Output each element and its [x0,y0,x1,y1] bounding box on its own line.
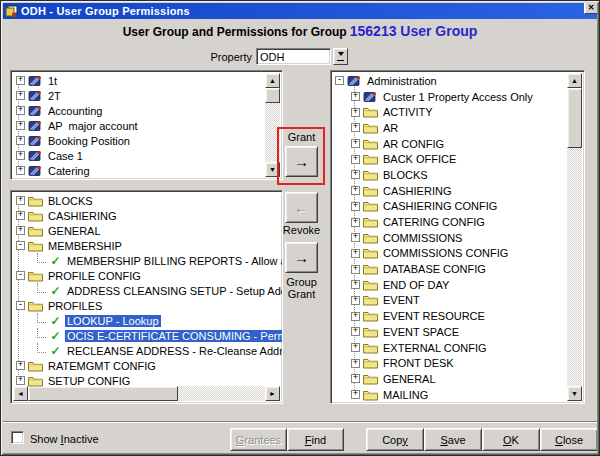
tree-item[interactable]: -Administration [333,73,567,89]
expand-icon[interactable]: + [16,91,25,100]
expand-icon[interactable]: + [16,76,25,85]
close-icon[interactable]: ✕ [584,1,598,14]
expand-icon[interactable]: + [16,106,25,115]
scroll-down-icon[interactable]: ▼ [567,386,582,401]
scroll-down-icon[interactable]: ▼ [265,162,280,177]
grantees-button[interactable]: Grantees [230,428,287,451]
expand-icon[interactable]: + [351,155,360,164]
expand-icon[interactable]: + [351,233,360,242]
tree-item[interactable]: ✓MEMBERSHIP BILLING REPORTS - Allow acce… [13,253,265,268]
property-dropdown-icon[interactable] [333,48,348,65]
tree-item[interactable]: +2T [13,88,265,103]
expand-icon[interactable]: + [351,170,360,179]
tree-item[interactable]: +EVENT SPACE [333,324,567,340]
tree-item[interactable]: +ACTIVITY [333,104,567,120]
vertical-scrollbar[interactable]: ▲ ▼ [265,73,280,177]
expand-icon[interactable]: + [351,202,360,211]
expand-icon[interactable]: + [351,312,360,321]
tree-item[interactable]: +END OF DAY [333,277,567,293]
tree-item[interactable]: +EVENT RESOURCE [333,308,567,324]
scrollbar-thumb[interactable] [567,88,582,148]
expand-icon[interactable]: + [351,123,360,132]
tree-item[interactable]: +MAILING [333,387,567,403]
expand-icon[interactable]: + [16,166,25,175]
tree-item[interactable]: +AP major account [13,118,265,133]
expand-icon[interactable]: + [351,374,360,383]
tree-item[interactable]: +CATERING CONFIG [333,214,567,230]
expand-icon[interactable]: + [351,139,360,148]
tree-item[interactable]: +EXTERNAL CONFIG [333,340,567,356]
expand-icon[interactable]: + [16,226,25,235]
revoke-button[interactable]: ← [285,192,318,223]
collapse-icon[interactable]: - [335,76,344,85]
tree-item[interactable]: +EVENT [333,293,567,309]
tree-item[interactable]: +FRONT DESK [333,355,567,371]
close-button[interactable]: Close [540,428,598,451]
group-grant-button[interactable]: → [285,242,318,273]
tree-item[interactable]: +AR CONFIG [333,136,567,152]
tree-item[interactable]: ✓ADDRESS CLEANSING SETUP - Setup Address… [13,283,265,298]
scrollbar-thumb[interactable] [265,88,280,103]
tree-item[interactable]: +Case 1 [13,148,265,163]
ok-button[interactable]: OK [482,428,540,451]
tree-item[interactable]: ✓RECLEANSE ADDRESS - Re-Cleanse Address [13,343,265,358]
expand-icon[interactable]: + [16,121,25,130]
tree-item[interactable]: -PROFILES [13,298,265,313]
scroll-up-icon[interactable]: ▲ [265,73,280,88]
collapse-icon[interactable]: - [16,241,25,250]
tree-item[interactable]: +COMMISSIONS CONFIG [333,246,567,262]
collapse-icon[interactable]: - [16,301,25,310]
expand-icon[interactable]: + [351,218,360,227]
tree-item[interactable]: +BACK OFFICE [333,151,567,167]
expand-icon[interactable]: + [351,92,360,101]
scroll-right-icon[interactable]: ► [265,386,280,401]
property-combo[interactable]: ODH [256,48,331,65]
tree-item[interactable]: +BLOCKS [13,193,265,208]
tree-item[interactable]: +CASHIERING [333,183,567,199]
expand-icon[interactable]: + [351,265,360,274]
tree-item[interactable]: +GENERAL [333,371,567,387]
scrollbar-thumb[interactable] [28,386,178,401]
tree-item[interactable]: +AR [333,120,567,136]
tree-item[interactable]: +Accounting [13,103,265,118]
tree-item[interactable]: +CASHIERING [13,208,265,223]
tree-item[interactable]: ✓OCIS E-CERTIFICATE CONSUMING - Permissi… [13,328,265,343]
expand-icon[interactable]: + [351,359,360,368]
scroll-up-icon[interactable]: ▲ [567,73,582,88]
expand-icon[interactable]: + [351,327,360,336]
expand-icon[interactable]: + [16,211,25,220]
expand-icon[interactable]: + [16,136,25,145]
find-button[interactable]: Find [287,428,344,451]
expand-icon[interactable]: + [351,343,360,352]
tree-item[interactable]: +RATEMGMT CONFIG [13,358,265,373]
scroll-left-icon[interactable]: ◄ [13,386,28,401]
expand-icon[interactable]: + [16,151,25,160]
tree-item[interactable]: +1t [13,73,265,88]
tree-item[interactable]: +GENERAL [13,223,265,238]
expand-icon[interactable]: + [351,186,360,195]
tree-item[interactable]: +COMMISSIONS [333,230,567,246]
tree-item[interactable]: -MEMBERSHIP [13,238,265,253]
save-button[interactable]: Save [424,428,482,451]
tree-item[interactable]: +SETUP CONFIG [13,373,265,388]
tree-item[interactable]: -PROFILE CONFIG [13,268,265,283]
expand-icon[interactable]: + [16,376,25,385]
collapse-icon[interactable]: - [16,271,25,280]
expand-icon[interactable]: + [351,280,360,289]
expand-icon[interactable]: + [16,361,25,370]
expand-icon[interactable]: + [351,296,360,305]
vertical-scrollbar[interactable]: ▲ ▼ [567,73,582,401]
grant-button[interactable]: → [285,146,318,177]
tree-item[interactable]: +BLOCKS [333,167,567,183]
expand-icon[interactable]: + [16,196,25,205]
tree-item[interactable]: +Booking Position [13,133,265,148]
tree-item[interactable]: ✓LOOKUP - Lookup [13,313,265,328]
expand-icon[interactable]: + [351,390,360,399]
tree-item[interactable]: +Catering [13,163,265,178]
copy-button[interactable]: Copy [366,428,424,451]
tree-item[interactable]: +DATABASE CONFIG [333,261,567,277]
show-inactive-checkbox[interactable] [11,431,24,444]
horizontal-scrollbar[interactable]: ◄ ► [13,386,280,401]
expand-icon[interactable]: + [351,108,360,117]
expand-icon[interactable]: + [351,249,360,258]
